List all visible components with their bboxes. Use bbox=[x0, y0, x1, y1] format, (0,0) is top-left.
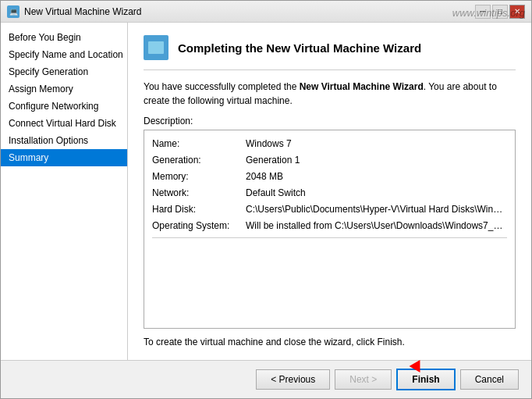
previous-button[interactable]: < Previous bbox=[256, 369, 330, 390]
next-button[interactable]: Next > bbox=[335, 369, 392, 390]
window-icon: 💻 bbox=[7, 5, 20, 18]
maximize-button[interactable]: □ bbox=[492, 5, 508, 19]
sidebar-item-before-you-begin[interactable]: Before You Begin bbox=[1, 29, 127, 46]
header-title: Completing the New Virtual Machine Wizar… bbox=[178, 41, 421, 55]
summary-row: Hard Disk:C:\Users\Public\Documents\Hype… bbox=[152, 202, 507, 216]
sidebar-item-connect-virtual-hard-disk[interactable]: Connect Virtual Hard Disk bbox=[1, 115, 127, 132]
sidebar-item-specify-generation[interactable]: Specify Generation bbox=[1, 63, 127, 80]
summary-value: C:\Users\Public\Documents\Hyper-V\Virtua… bbox=[246, 202, 507, 216]
summary-key: Hard Disk: bbox=[152, 202, 246, 216]
title-bar-left: 💻 New Virtual Machine Wizard bbox=[7, 5, 142, 18]
cancel-button[interactable]: Cancel bbox=[460, 369, 519, 390]
summary-divider bbox=[152, 237, 507, 238]
main-panel: Completing the New Virtual Machine Wizar… bbox=[128, 23, 531, 360]
summary-key: Operating System: bbox=[152, 219, 246, 233]
finish-text: To create the virtual machine and close … bbox=[144, 337, 516, 347]
summary-key: Name: bbox=[152, 137, 246, 151]
summary-key: Network: bbox=[152, 186, 246, 200]
summary-value: Will be installed from C:\Users\User\Dow… bbox=[246, 219, 507, 233]
monitor-icon bbox=[148, 41, 164, 54]
content-area: Before You BeginSpecify Name and Locatio… bbox=[1, 23, 531, 360]
minimize-button[interactable]: ─ bbox=[475, 5, 491, 19]
wizard-footer: < Previous Next > Finish Cancel bbox=[1, 360, 531, 398]
close-button[interactable]: ✕ bbox=[509, 5, 525, 19]
sidebar: Before You BeginSpecify Name and Locatio… bbox=[1, 23, 128, 360]
title-bar: 💻 New Virtual Machine Wizard ─ □ ✕ bbox=[1, 1, 531, 23]
sidebar-item-installation-options[interactable]: Installation Options bbox=[1, 132, 127, 149]
summary-row: Operating System:Will be installed from … bbox=[152, 219, 507, 233]
title-bar-controls: ─ □ ✕ bbox=[475, 5, 525, 19]
summary-value: Windows 7 bbox=[246, 137, 292, 151]
summary-row: Name:Windows 7 bbox=[152, 137, 507, 151]
summary-key: Memory: bbox=[152, 169, 246, 183]
description-label: Description: bbox=[144, 116, 516, 126]
header-icon bbox=[144, 35, 168, 60]
summary-value: Default Switch bbox=[246, 186, 306, 200]
summary-row: Generation:Generation 1 bbox=[152, 153, 507, 167]
summary-value: 2048 MB bbox=[246, 169, 283, 183]
window-title: New Virtual Machine Wizard bbox=[24, 6, 142, 17]
summary-key: Generation: bbox=[152, 153, 246, 167]
summary-value: Generation 1 bbox=[246, 153, 300, 167]
sidebar-item-configure-networking[interactable]: Configure Networking bbox=[1, 98, 127, 115]
intro-text: You have successfully completed the New … bbox=[144, 80, 516, 108]
sidebar-item-assign-memory[interactable]: Assign Memory bbox=[1, 80, 127, 98]
sidebar-item-specify-name-and-location[interactable]: Specify Name and Location bbox=[1, 46, 127, 63]
wizard-header: Completing the New Virtual Machine Wizar… bbox=[144, 35, 516, 70]
sidebar-item-summary[interactable]: Summary bbox=[1, 149, 127, 166]
bold-wizard-name: New Virtual Machine Wizard bbox=[300, 81, 424, 92]
wizard-window: 💻 New Virtual Machine Wizard ─ □ ✕ www.w… bbox=[0, 0, 532, 399]
summary-row: Network:Default Switch bbox=[152, 186, 507, 200]
finish-button[interactable]: Finish bbox=[396, 369, 455, 390]
summary-box: Name:Windows 7Generation:Generation 1Mem… bbox=[144, 130, 516, 329]
summary-row: Memory:2048 MB bbox=[152, 169, 507, 183]
